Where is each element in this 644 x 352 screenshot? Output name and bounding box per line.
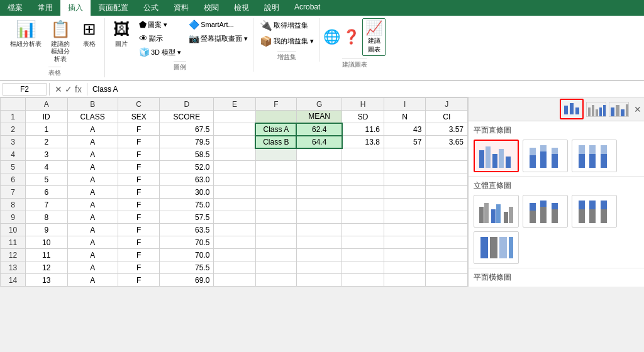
tab-view[interactable]: 檢視	[226, 0, 257, 16]
cell-g12[interactable]	[296, 249, 342, 261]
cell-i7[interactable]	[384, 186, 426, 199]
cell-c14[interactable]: F	[118, 274, 160, 287]
cell-c11[interactable]: F	[118, 236, 160, 249]
cell-c4[interactable]: F	[118, 148, 160, 161]
share-icon[interactable]: 🌐	[323, 29, 340, 45]
cell-i13[interactable]	[384, 261, 426, 274]
cell-h3[interactable]: 13.8	[342, 136, 384, 148]
table-button[interactable]: ⊞ 表格	[77, 18, 102, 64]
cell-a13[interactable]: 12	[26, 261, 68, 274]
cell-d8[interactable]: 75.0	[160, 199, 214, 211]
cell-c10[interactable]: F	[118, 224, 160, 236]
cancel-formula-icon[interactable]: ✕	[55, 84, 62, 94]
cell-c13[interactable]: F	[118, 261, 160, 274]
cell-f6[interactable]	[255, 173, 296, 186]
cell-j9[interactable]	[426, 211, 468, 224]
cell-g3[interactable]: 64.4	[296, 136, 342, 148]
cell-j8[interactable]	[426, 199, 468, 211]
cell-f8[interactable]	[255, 199, 296, 211]
cell-i5[interactable]	[384, 161, 426, 173]
cell-g14[interactable]	[296, 274, 342, 287]
cell-j7[interactable]	[426, 186, 468, 199]
cell-a9[interactable]: 8	[26, 211, 68, 224]
cell-g2[interactable]: 62.4	[296, 123, 342, 136]
cell-i14[interactable]	[384, 274, 426, 287]
close-panel-icon[interactable]: ✕	[634, 104, 641, 114]
cell-h6[interactable]	[342, 173, 384, 186]
cell-c7[interactable]: F	[118, 186, 160, 199]
cell-e4[interactable]	[214, 148, 256, 161]
cell-e1[interactable]	[214, 111, 256, 123]
cell-d2[interactable]: 67.5	[160, 123, 214, 136]
cell-g10[interactable]	[296, 224, 342, 236]
cell-a12[interactable]: 11	[26, 249, 68, 261]
cell-b5[interactable]: A	[67, 161, 118, 173]
cell-e11[interactable]	[214, 236, 256, 249]
cell-h14[interactable]	[342, 274, 384, 287]
cell-a2[interactable]: 1	[26, 123, 68, 136]
cell-g7[interactable]	[296, 186, 342, 199]
cell-j1[interactable]: CI	[426, 111, 468, 123]
cell-h4[interactable]	[342, 148, 384, 161]
bar-chart-option3-icon[interactable]	[609, 102, 629, 117]
cell-f12[interactable]	[255, 249, 296, 261]
formula-input[interactable]	[90, 84, 641, 95]
cell-c9[interactable]: F	[118, 211, 160, 224]
cell-j5[interactable]	[426, 161, 468, 173]
confirm-formula-icon[interactable]: ✓	[65, 84, 72, 94]
cell-h2[interactable]: 11.6	[342, 123, 384, 136]
cell-g6[interactable]	[296, 173, 342, 186]
smartart-button[interactable]: 🔷SmartArt...	[186, 18, 250, 31]
cell-a11[interactable]: 10	[26, 236, 68, 249]
cell-f7[interactable]	[255, 186, 296, 199]
cell-e9[interactable]	[214, 211, 256, 224]
tab-help[interactable]: 說明	[257, 0, 287, 16]
cell-e3[interactable]	[214, 136, 256, 148]
cell-d6[interactable]: 63.0	[160, 173, 214, 186]
cell-d5[interactable]: 52.0	[160, 161, 214, 173]
cell-reference-input[interactable]	[3, 83, 47, 96]
cell-f9[interactable]	[255, 211, 296, 224]
cell-c1[interactable]: SEX	[118, 111, 160, 123]
tab-file[interactable]: 檔案	[0, 0, 30, 16]
cell-d14[interactable]: 69.0	[160, 274, 214, 287]
cell-h10[interactable]	[342, 224, 384, 236]
cell-b10[interactable]: A	[67, 224, 118, 236]
cell-i8[interactable]	[384, 199, 426, 211]
cell-h8[interactable]	[342, 199, 384, 211]
cell-f14[interactable]	[255, 274, 296, 287]
help-icon[interactable]: ❓	[343, 29, 360, 45]
cell-f5[interactable]	[255, 161, 296, 173]
cell-a4[interactable]: 3	[26, 148, 68, 161]
cell-j3[interactable]: 3.65	[426, 136, 468, 148]
screenshot-button[interactable]: 📷螢幕擷取畫面 ▾	[186, 32, 250, 45]
cell-c8[interactable]: F	[118, 199, 160, 211]
cell-j6[interactable]	[426, 173, 468, 186]
cell-j14[interactable]	[426, 274, 468, 287]
cell-e14[interactable]	[214, 274, 256, 287]
pivot-table-button[interactable]: 📊 樞紐分析表	[8, 18, 44, 64]
tab-data[interactable]: 資料	[166, 0, 196, 16]
cell-b1[interactable]: CLASS	[67, 111, 118, 123]
cell-h11[interactable]	[342, 236, 384, 249]
cell-a3[interactable]: 2	[26, 136, 68, 148]
cell-e2[interactable]	[214, 123, 256, 136]
cell-c3[interactable]: F	[118, 136, 160, 148]
tab-acrobat[interactable]: Acrobat	[287, 0, 328, 16]
cell-j4[interactable]	[426, 148, 468, 161]
cell-d9[interactable]: 57.5	[160, 211, 214, 224]
cell-h12[interactable]	[342, 249, 384, 261]
cell-h13[interactable]	[342, 261, 384, 274]
cell-d1[interactable]: SCORE	[160, 111, 214, 123]
cell-b8[interactable]: A	[67, 199, 118, 211]
cell-h5[interactable]	[342, 161, 384, 173]
display-button[interactable]: 👁顯示	[136, 32, 184, 45]
3d-models-button[interactable]: 🧊3D 模型 ▾	[136, 46, 184, 58]
recommended-charts-button[interactable]: 📈 建議圖表	[362, 18, 386, 56]
cell-a7[interactable]: 6	[26, 186, 68, 199]
cell-d10[interactable]: 63.5	[160, 224, 214, 236]
cell-b6[interactable]: A	[67, 173, 118, 186]
cell-i4[interactable]	[384, 148, 426, 161]
tab-review[interactable]: 校閱	[196, 0, 226, 16]
cell-e6[interactable]	[214, 173, 256, 186]
